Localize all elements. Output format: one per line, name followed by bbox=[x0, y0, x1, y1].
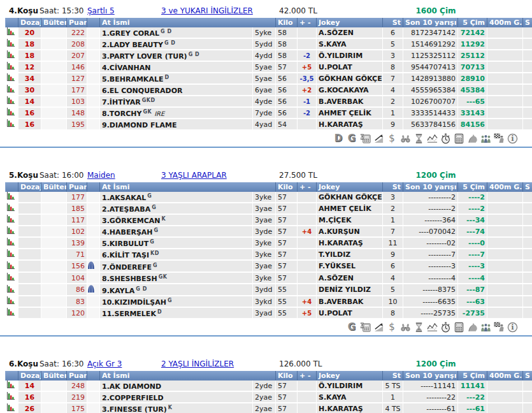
g-icon[interactable]: G bbox=[347, 133, 357, 144]
col-stats-icon bbox=[6, 371, 18, 380]
binoculars-icon[interactable] bbox=[400, 133, 411, 144]
stats-chart-icon[interactable] bbox=[6, 85, 16, 93]
start-number: 5 bbox=[383, 284, 403, 296]
start-number: 8 bbox=[383, 307, 403, 319]
info-icon[interactable]: i bbox=[507, 322, 518, 333]
horse-name: 5.BEHRAMKALE bbox=[102, 75, 163, 83]
gallop-400m-cell bbox=[487, 284, 523, 296]
stats-chart-icon[interactable] bbox=[6, 403, 16, 412]
horse-kilo: 55 bbox=[276, 296, 298, 307]
col-last10: Son 10 yarışı bbox=[403, 18, 458, 27]
table-header-row: Dozaj Bülten Puan At İsmi Kilo + - Jokey… bbox=[6, 371, 532, 380]
calc-hourglass-icon[interactable] bbox=[360, 322, 371, 333]
horse-icon[interactable] bbox=[467, 322, 478, 333]
weight-change bbox=[298, 27, 317, 38]
col-kilo: Kilo bbox=[276, 182, 298, 192]
race-condition-link[interactable]: Maiden bbox=[87, 171, 115, 180]
chart-icon[interactable] bbox=[427, 133, 438, 144]
stats-chart-icon[interactable] bbox=[6, 96, 16, 105]
stopwatch-icon[interactable] bbox=[440, 322, 451, 333]
doza-value: 18 bbox=[18, 38, 41, 50]
calc-hourglass-icon[interactable] bbox=[360, 133, 371, 144]
stats-chart-icon[interactable] bbox=[6, 261, 16, 270]
horse-equipment-sup: K bbox=[161, 216, 166, 222]
stats-chart-icon[interactable] bbox=[6, 119, 16, 127]
race-number: 4.Koşu bbox=[9, 6, 38, 15]
people-icon[interactable] bbox=[480, 322, 491, 333]
race-category-link[interactable]: 3 YAŞLI ARAPLAR bbox=[161, 171, 227, 180]
stopwatch-icon[interactable] bbox=[440, 133, 451, 144]
horse-icon[interactable] bbox=[467, 133, 478, 144]
s-cell bbox=[523, 27, 532, 38]
horse-equipment-sup: GK bbox=[143, 109, 152, 115]
stats-chart-icon[interactable] bbox=[6, 27, 16, 36]
people-icon[interactable] bbox=[480, 133, 491, 144]
horse-name-cell: 5.KIRBULUTG bbox=[100, 237, 253, 249]
race-condition-link[interactable]: Şartlı 5 bbox=[87, 6, 115, 15]
stats-chart-icon[interactable] bbox=[6, 192, 16, 200]
jockey-flag-icon[interactable] bbox=[494, 133, 505, 144]
horse-equipment-sup: G bbox=[154, 228, 159, 233]
col-doza: Dozaj bbox=[18, 18, 41, 27]
hourglass-icon[interactable] bbox=[413, 133, 424, 144]
calculator-icon[interactable] bbox=[454, 133, 464, 144]
race-prize: 42.000 TL bbox=[279, 6, 317, 15]
stats-chart-icon[interactable] bbox=[6, 380, 16, 389]
g-icon[interactable]: G bbox=[347, 322, 357, 333]
last-5-turf: ---87 bbox=[458, 284, 487, 296]
gallop-400m-cell bbox=[487, 237, 523, 249]
stats-chart-icon[interactable] bbox=[6, 62, 16, 70]
horse-row: 34 127 5.BEHRAMKALED 5yae 56 -3,5 GÖKHAN… bbox=[6, 73, 532, 84]
info-icon[interactable]: i bbox=[507, 133, 518, 144]
horse-age: 5yke bbox=[253, 27, 276, 38]
calculator-icon[interactable] bbox=[454, 322, 464, 333]
last-5-turf: 84156 bbox=[458, 119, 487, 130]
stats-chart-icon[interactable] bbox=[6, 308, 16, 316]
stats-chart-icon[interactable] bbox=[6, 285, 16, 293]
blinkers-cell bbox=[87, 403, 100, 413]
d-icon[interactable]: D bbox=[333, 133, 344, 144]
stats-chart-icon[interactable] bbox=[6, 238, 16, 246]
hourglass-icon[interactable] bbox=[413, 322, 424, 333]
stats-chart-icon[interactable] bbox=[6, 203, 16, 212]
horse-age: 3ykd bbox=[253, 296, 276, 307]
horse-equipment-sup: G D bbox=[164, 40, 176, 46]
dollar-icon[interactable]: $ bbox=[387, 322, 398, 333]
stats-chart-icon[interactable] bbox=[6, 273, 16, 281]
binoculars-icon[interactable] bbox=[400, 322, 411, 333]
gallop-400m-cell bbox=[487, 73, 523, 84]
start-number: 9 bbox=[383, 119, 403, 130]
trend-icon[interactable] bbox=[373, 133, 384, 144]
race-category-link[interactable]: 3 ve YUKARI İNGİLİZLER bbox=[161, 6, 253, 15]
gallop-400m-cell bbox=[487, 214, 523, 226]
dollar-icon[interactable]: $ bbox=[387, 133, 398, 144]
stats-chart-icon[interactable] bbox=[6, 226, 16, 235]
horse-name: 11.SERMELEK bbox=[102, 310, 156, 318]
stats-chart-icon[interactable] bbox=[6, 73, 16, 82]
stats-chart-icon[interactable] bbox=[6, 392, 16, 400]
trend-icon[interactable] bbox=[373, 322, 384, 333]
stats-chart-icon[interactable] bbox=[6, 50, 16, 59]
bulten-value bbox=[41, 61, 67, 73]
jockey-name: M.ÇİÇEK bbox=[317, 214, 383, 226]
horse-name-cell: 3.GÖRKEMCANK bbox=[100, 214, 253, 226]
race-category-link[interactable]: 2 YAŞLI İNGİLİZLER bbox=[161, 359, 234, 368]
horses-body: 177 1.AKSAKALG 3yke 57 GÖKHAN GÖKÇE 3 --… bbox=[6, 192, 532, 319]
horse-name: 10.KIZIMDİLŞAH bbox=[102, 298, 166, 307]
stats-chart-icon[interactable] bbox=[6, 249, 16, 257]
stats-chart-icon[interactable] bbox=[6, 39, 16, 47]
last-5-turf: ----2 bbox=[458, 192, 487, 203]
stats-chart-icon[interactable] bbox=[6, 108, 16, 116]
stats-chart-icon[interactable] bbox=[6, 215, 16, 223]
horse-name-cell: 4.HABERŞAHG bbox=[100, 226, 253, 237]
jockey-flag-icon[interactable] bbox=[494, 322, 505, 333]
chart-icon[interactable] bbox=[427, 322, 438, 333]
race-condition-link[interactable]: Açık Gr 3 bbox=[87, 359, 122, 368]
puan-value: 148 bbox=[67, 107, 87, 119]
last-5-turf: ----0 bbox=[458, 237, 487, 249]
race-distance: 1200 Çim bbox=[400, 359, 471, 368]
stats-cell bbox=[6, 284, 18, 296]
stats-cell bbox=[6, 107, 18, 119]
horse-equipment-sup: G bbox=[150, 239, 154, 245]
stats-chart-icon[interactable] bbox=[6, 296, 16, 305]
